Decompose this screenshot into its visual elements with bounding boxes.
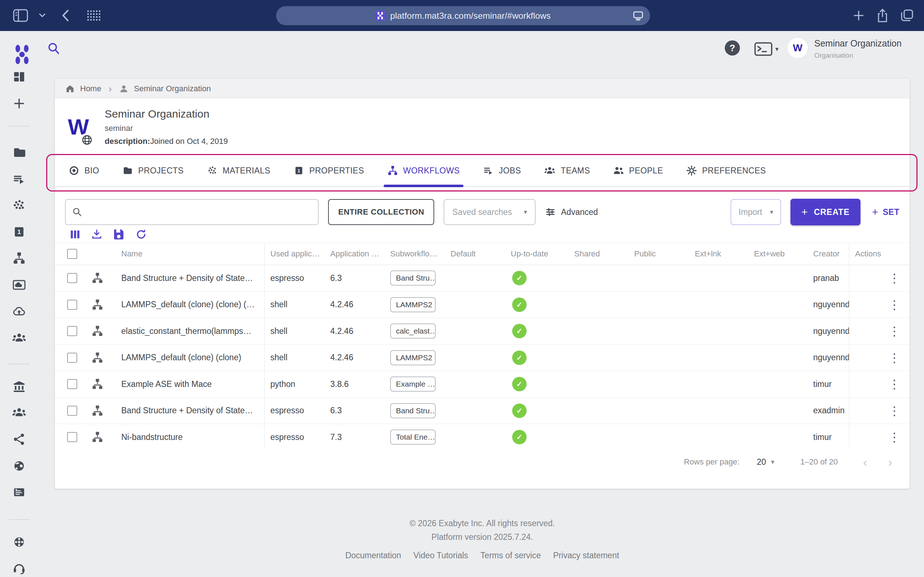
row-checkbox[interactable] [67, 326, 77, 336]
table-row[interactable]: elastic_constant_thermo(lammps… shell 4.… [55, 318, 909, 345]
workflow-name[interactable]: Ni-bandstructure [113, 424, 265, 448]
subworkflow-chip[interactable]: Band Stru… [390, 271, 436, 285]
subworkflow-chip[interactable]: Total Ene… [390, 429, 436, 445]
row-checkbox[interactable] [67, 300, 77, 310]
row-checkbox[interactable] [67, 379, 77, 389]
tab-materials[interactable]: MATERIALS [205, 155, 272, 187]
tabs-overview-icon[interactable] [901, 10, 913, 22]
subworkflow-chip[interactable]: Band Stru… [390, 403, 436, 418]
browser-tab-groups-icon[interactable] [87, 10, 101, 21]
sidebar-item-teams[interactable] [12, 406, 26, 420]
sidebar-item-sharing[interactable] [12, 432, 26, 446]
column-header-subworkflows[interactable]: Subworkflo… [384, 243, 445, 265]
table-row[interactable]: LAMMPS_default (clone) (clone) shell 4.2… [55, 345, 909, 371]
row-checkbox[interactable] [67, 406, 77, 416]
saved-searches-dropdown[interactable]: Saved searches ▾ [444, 199, 536, 225]
sidebar-item-uploads[interactable] [12, 304, 26, 318]
table-row[interactable]: LAMMPS_default (clone) (clone) (… shell … [55, 292, 909, 318]
workflow-name[interactable]: LAMMPS_default (clone) (clone) (… [113, 292, 265, 318]
advanced-filters-button[interactable]: Advanced [545, 206, 598, 218]
tab-properties[interactable]: 1 PROPERTIES [292, 155, 366, 187]
refresh-icon[interactable] [135, 228, 147, 240]
footer-link-terms[interactable]: Terms of service [480, 551, 541, 561]
table-row[interactable]: Band Structure + Density of State… espre… [55, 398, 909, 424]
sidebar-item-help-wheel[interactable] [12, 535, 26, 549]
column-header-shared[interactable]: Shared [569, 243, 628, 265]
sidebar-item-materials[interactable] [12, 198, 26, 213]
header-org-block[interactable]: Seminar Organization Organisation [814, 38, 901, 60]
sidebar-item-notes[interactable] [12, 485, 26, 500]
subworkflow-chip[interactable]: LAMMPS2 [390, 297, 436, 312]
select-all-checkbox[interactable] [67, 249, 77, 259]
tab-jobs[interactable]: JOBS [481, 155, 523, 187]
reader-mode-icon[interactable] [633, 11, 643, 21]
download-icon[interactable] [91, 228, 102, 240]
row-actions-menu-icon[interactable]: ⋮ [888, 351, 901, 364]
tab-projects[interactable]: PROJECTS [121, 155, 185, 187]
row-checkbox[interactable] [67, 353, 77, 363]
sidebar-item-people[interactable] [12, 331, 26, 345]
breadcrumb-home[interactable]: Home [80, 84, 102, 93]
row-checkbox[interactable] [67, 273, 77, 283]
column-header-public[interactable]: Public [628, 243, 689, 265]
table-row[interactable]: Example ASE with Mace python 3.8.6 Examp… [55, 371, 909, 398]
column-header-creator[interactable]: Creator [808, 243, 849, 265]
save-icon[interactable] [113, 228, 125, 241]
tab-people[interactable]: PEOPLE [612, 155, 664, 187]
sidebar-item-properties[interactable]: 1 [12, 225, 26, 239]
row-actions-menu-icon[interactable]: ⋮ [888, 405, 901, 417]
entire-collection-button[interactable]: ENTIRE COLLECTION [328, 199, 434, 225]
tab-workflows[interactable]: WORKFLOWS [386, 155, 461, 187]
workflow-name[interactable]: elastic_constant_thermo(lammps… [113, 318, 265, 344]
subworkflow-chip[interactable]: LAMMPS2 [390, 350, 436, 365]
header-search-icon[interactable] [48, 42, 60, 56]
column-header-name[interactable]: Name [113, 243, 265, 265]
footer-link-privacy[interactable]: Privacy statement [553, 551, 619, 561]
sidebar-item-workflows[interactable] [12, 251, 26, 266]
column-header-used-application[interactable]: Used applic… [265, 243, 325, 265]
table-row[interactable]: Ni-bandstructure espresso 7.3 Total Ene…… [55, 424, 909, 448]
column-header-ext-lnk[interactable]: Ext+lnk [689, 243, 748, 265]
subworkflow-chip[interactable]: Example … [390, 377, 436, 392]
sidebar-item-dashboard[interactable] [12, 69, 26, 84]
next-page-button[interactable]: › [888, 455, 892, 469]
user-avatar[interactable]: W [788, 38, 808, 58]
create-button[interactable]: + CREATE [790, 199, 860, 226]
previous-page-button[interactable]: ‹ [863, 455, 867, 469]
subworkflow-chip[interactable]: calc_elast… [390, 324, 436, 338]
sidebar-item-web[interactable] [12, 459, 26, 473]
column-header-application-version[interactable]: Application … [325, 243, 384, 265]
search-input[interactable] [87, 207, 312, 217]
column-header-ext-web[interactable]: Ext+web [748, 243, 808, 265]
column-header-up-to-date[interactable]: Up-to-date [505, 243, 569, 265]
footer-link-video-tutorials[interactable]: Video Tutorials [413, 551, 468, 561]
sidebar-item-create[interactable] [12, 96, 26, 111]
table-row[interactable]: Band Structure + Density of State… espre… [55, 265, 909, 292]
workflow-name[interactable]: Example ASE with Mace [113, 371, 265, 397]
import-dropdown[interactable]: Import ▾ [730, 199, 781, 225]
workflow-name[interactable]: Band Structure + Density of State… [113, 398, 265, 424]
row-actions-menu-icon[interactable]: ⋮ [888, 272, 901, 284]
new-tab-icon[interactable] [853, 10, 864, 21]
row-actions-menu-icon[interactable]: ⋮ [888, 378, 901, 390]
footer-link-documentation[interactable]: Documentation [346, 551, 401, 561]
set-button[interactable]: + SET [872, 206, 900, 218]
row-checkbox[interactable] [67, 432, 77, 442]
row-actions-menu-icon[interactable]: ⋮ [888, 298, 901, 311]
sidebar-item-projects[interactable] [12, 145, 26, 160]
share-icon[interactable] [877, 9, 888, 23]
workflow-name[interactable]: LAMMPS_default (clone) (clone) [113, 345, 265, 371]
browser-sidebar-icon[interactable] [13, 9, 28, 22]
browser-sidebar-caret-icon[interactable] [39, 13, 45, 18]
rows-per-page-select[interactable]: 20 ▾ [757, 457, 775, 467]
tab-preferences[interactable]: PREFERENCES [685, 155, 767, 187]
sidebar-item-jobs[interactable] [12, 172, 26, 187]
address-bar[interactable]: platform.mat3ra.com/seminar/#workflows [276, 6, 650, 25]
sidebar-item-media[interactable] [12, 278, 26, 292]
search-box[interactable] [65, 199, 319, 225]
row-actions-menu-icon[interactable]: ⋮ [888, 325, 901, 337]
row-actions-menu-icon[interactable]: ⋮ [888, 431, 901, 443]
sidebar-item-organization[interactable] [12, 379, 26, 394]
column-header-default[interactable]: Default [445, 243, 505, 265]
console-button[interactable]: ▾ [754, 42, 779, 56]
